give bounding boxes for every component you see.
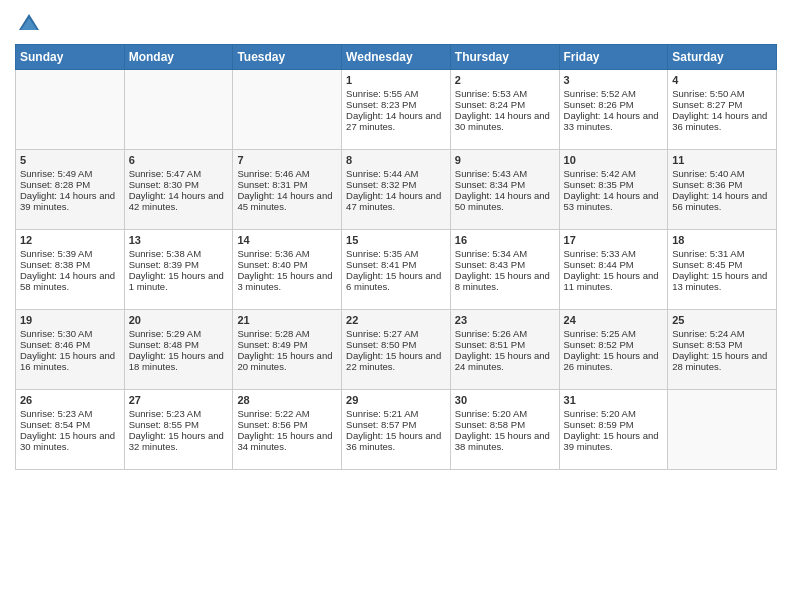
header-day: Sunday bbox=[16, 45, 125, 70]
calendar-cell: 16Sunrise: 5:34 AMSunset: 8:43 PMDayligh… bbox=[450, 230, 559, 310]
day-info: Daylight: 15 hours and 1 minute. bbox=[129, 270, 229, 292]
day-info: Sunrise: 5:27 AM bbox=[346, 328, 446, 339]
day-info: Sunrise: 5:40 AM bbox=[672, 168, 772, 179]
day-info: Sunrise: 5:29 AM bbox=[129, 328, 229, 339]
day-info: Sunset: 8:50 PM bbox=[346, 339, 446, 350]
calendar-cell: 10Sunrise: 5:42 AMSunset: 8:35 PMDayligh… bbox=[559, 150, 668, 230]
day-info: Sunrise: 5:30 AM bbox=[20, 328, 120, 339]
calendar-cell: 5Sunrise: 5:49 AMSunset: 8:28 PMDaylight… bbox=[16, 150, 125, 230]
day-number: 7 bbox=[237, 154, 337, 166]
day-number: 21 bbox=[237, 314, 337, 326]
day-info: Daylight: 14 hours and 39 minutes. bbox=[20, 190, 120, 212]
calendar-cell: 23Sunrise: 5:26 AMSunset: 8:51 PMDayligh… bbox=[450, 310, 559, 390]
day-info: Sunset: 8:45 PM bbox=[672, 259, 772, 270]
day-number: 15 bbox=[346, 234, 446, 246]
day-info: Sunrise: 5:33 AM bbox=[564, 248, 664, 259]
day-info: Sunset: 8:35 PM bbox=[564, 179, 664, 190]
day-info: Sunset: 8:55 PM bbox=[129, 419, 229, 430]
calendar-cell: 4Sunrise: 5:50 AMSunset: 8:27 PMDaylight… bbox=[668, 70, 777, 150]
day-number: 5 bbox=[20, 154, 120, 166]
day-info: Sunrise: 5:55 AM bbox=[346, 88, 446, 99]
calendar-cell: 14Sunrise: 5:36 AMSunset: 8:40 PMDayligh… bbox=[233, 230, 342, 310]
header-day: Tuesday bbox=[233, 45, 342, 70]
day-info: Sunset: 8:57 PM bbox=[346, 419, 446, 430]
header-day: Monday bbox=[124, 45, 233, 70]
day-number: 29 bbox=[346, 394, 446, 406]
day-info: Daylight: 14 hours and 27 minutes. bbox=[346, 110, 446, 132]
day-info: Daylight: 15 hours and 26 minutes. bbox=[564, 350, 664, 372]
day-info: Daylight: 14 hours and 50 minutes. bbox=[455, 190, 555, 212]
day-number: 2 bbox=[455, 74, 555, 86]
day-number: 19 bbox=[20, 314, 120, 326]
day-info: Sunrise: 5:20 AM bbox=[455, 408, 555, 419]
calendar-body: 1Sunrise: 5:55 AMSunset: 8:23 PMDaylight… bbox=[16, 70, 777, 470]
day-info: Sunrise: 5:23 AM bbox=[20, 408, 120, 419]
calendar-table: SundayMondayTuesdayWednesdayThursdayFrid… bbox=[15, 44, 777, 470]
day-info: Daylight: 14 hours and 33 minutes. bbox=[564, 110, 664, 132]
calendar-cell: 3Sunrise: 5:52 AMSunset: 8:26 PMDaylight… bbox=[559, 70, 668, 150]
header-day: Wednesday bbox=[342, 45, 451, 70]
day-info: Daylight: 15 hours and 24 minutes. bbox=[455, 350, 555, 372]
day-info: Sunrise: 5:36 AM bbox=[237, 248, 337, 259]
calendar-cell: 6Sunrise: 5:47 AMSunset: 8:30 PMDaylight… bbox=[124, 150, 233, 230]
logo-icon bbox=[15, 10, 43, 38]
day-info: Daylight: 15 hours and 22 minutes. bbox=[346, 350, 446, 372]
day-number: 30 bbox=[455, 394, 555, 406]
day-info: Daylight: 15 hours and 20 minutes. bbox=[237, 350, 337, 372]
calendar-cell: 8Sunrise: 5:44 AMSunset: 8:32 PMDaylight… bbox=[342, 150, 451, 230]
day-info: Sunset: 8:43 PM bbox=[455, 259, 555, 270]
calendar-cell: 24Sunrise: 5:25 AMSunset: 8:52 PMDayligh… bbox=[559, 310, 668, 390]
calendar-cell: 20Sunrise: 5:29 AMSunset: 8:48 PMDayligh… bbox=[124, 310, 233, 390]
day-info: Sunrise: 5:22 AM bbox=[237, 408, 337, 419]
calendar-cell: 7Sunrise: 5:46 AMSunset: 8:31 PMDaylight… bbox=[233, 150, 342, 230]
day-info: Daylight: 15 hours and 11 minutes. bbox=[564, 270, 664, 292]
day-number: 27 bbox=[129, 394, 229, 406]
calendar-header: SundayMondayTuesdayWednesdayThursdayFrid… bbox=[16, 45, 777, 70]
calendar-cell: 29Sunrise: 5:21 AMSunset: 8:57 PMDayligh… bbox=[342, 390, 451, 470]
calendar-cell: 30Sunrise: 5:20 AMSunset: 8:58 PMDayligh… bbox=[450, 390, 559, 470]
day-info: Sunrise: 5:43 AM bbox=[455, 168, 555, 179]
calendar-cell: 28Sunrise: 5:22 AMSunset: 8:56 PMDayligh… bbox=[233, 390, 342, 470]
day-info: Sunrise: 5:24 AM bbox=[672, 328, 772, 339]
day-info: Sunrise: 5:20 AM bbox=[564, 408, 664, 419]
day-info: Sunrise: 5:28 AM bbox=[237, 328, 337, 339]
day-info: Daylight: 15 hours and 13 minutes. bbox=[672, 270, 772, 292]
day-info: Sunrise: 5:49 AM bbox=[20, 168, 120, 179]
calendar-cell: 22Sunrise: 5:27 AMSunset: 8:50 PMDayligh… bbox=[342, 310, 451, 390]
calendar-cell bbox=[124, 70, 233, 150]
day-info: Sunrise: 5:42 AM bbox=[564, 168, 664, 179]
day-info: Daylight: 14 hours and 58 minutes. bbox=[20, 270, 120, 292]
day-info: Sunset: 8:53 PM bbox=[672, 339, 772, 350]
day-number: 22 bbox=[346, 314, 446, 326]
day-info: Sunset: 8:54 PM bbox=[20, 419, 120, 430]
calendar-row: 1Sunrise: 5:55 AMSunset: 8:23 PMDaylight… bbox=[16, 70, 777, 150]
calendar-row: 19Sunrise: 5:30 AMSunset: 8:46 PMDayligh… bbox=[16, 310, 777, 390]
calendar-cell: 21Sunrise: 5:28 AMSunset: 8:49 PMDayligh… bbox=[233, 310, 342, 390]
calendar-cell: 26Sunrise: 5:23 AMSunset: 8:54 PMDayligh… bbox=[16, 390, 125, 470]
calendar-cell: 17Sunrise: 5:33 AMSunset: 8:44 PMDayligh… bbox=[559, 230, 668, 310]
day-info: Daylight: 15 hours and 28 minutes. bbox=[672, 350, 772, 372]
day-info: Sunrise: 5:47 AM bbox=[129, 168, 229, 179]
day-number: 20 bbox=[129, 314, 229, 326]
day-info: Sunrise: 5:26 AM bbox=[455, 328, 555, 339]
day-info: Daylight: 15 hours and 32 minutes. bbox=[129, 430, 229, 452]
day-info: Daylight: 15 hours and 36 minutes. bbox=[346, 430, 446, 452]
day-info: Sunrise: 5:31 AM bbox=[672, 248, 772, 259]
day-info: Sunset: 8:27 PM bbox=[672, 99, 772, 110]
day-info: Sunset: 8:56 PM bbox=[237, 419, 337, 430]
day-number: 4 bbox=[672, 74, 772, 86]
day-info: Sunset: 8:23 PM bbox=[346, 99, 446, 110]
day-number: 23 bbox=[455, 314, 555, 326]
day-info: Sunset: 8:52 PM bbox=[564, 339, 664, 350]
day-info: Sunset: 8:39 PM bbox=[129, 259, 229, 270]
day-info: Sunrise: 5:46 AM bbox=[237, 168, 337, 179]
day-info: Daylight: 14 hours and 53 minutes. bbox=[564, 190, 664, 212]
calendar-cell: 27Sunrise: 5:23 AMSunset: 8:55 PMDayligh… bbox=[124, 390, 233, 470]
day-number: 3 bbox=[564, 74, 664, 86]
day-info: Sunrise: 5:53 AM bbox=[455, 88, 555, 99]
day-info: Sunset: 8:38 PM bbox=[20, 259, 120, 270]
day-info: Daylight: 15 hours and 39 minutes. bbox=[564, 430, 664, 452]
day-info: Daylight: 14 hours and 36 minutes. bbox=[672, 110, 772, 132]
calendar-cell: 13Sunrise: 5:38 AMSunset: 8:39 PMDayligh… bbox=[124, 230, 233, 310]
calendar-cell: 19Sunrise: 5:30 AMSunset: 8:46 PMDayligh… bbox=[16, 310, 125, 390]
